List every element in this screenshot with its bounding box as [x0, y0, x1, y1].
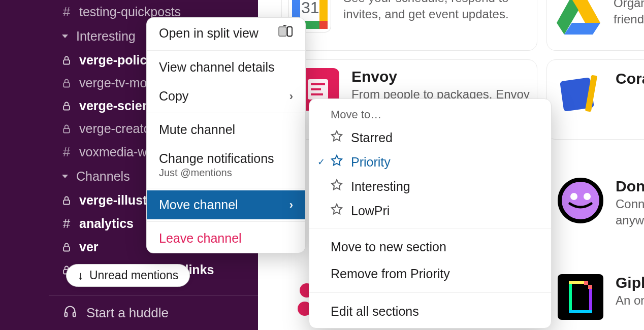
- submenu-label: Priority: [351, 155, 391, 170]
- star-icon: [331, 179, 343, 194]
- menu-label: View channel details: [159, 60, 274, 75]
- channel-context-menu: Open in split view View channel details …: [146, 17, 306, 253]
- app-title: Envoy: [351, 68, 534, 85]
- giphy-icon: [558, 274, 603, 320]
- move-to-submenu: Move to… Starred ✓ Priority Interesting …: [309, 98, 552, 328]
- hash-icon: #: [61, 144, 72, 160]
- chevron-right-icon: ›: [289, 199, 293, 212]
- svg-rect-7: [65, 312, 68, 316]
- menu-mute[interactable]: Mute channel: [147, 115, 305, 144]
- menu-leave-channel[interactable]: Leave channel: [147, 224, 305, 253]
- app-desc: Organ: [614, 0, 644, 11]
- menu-sublabel: Just @mentions: [159, 167, 274, 179]
- channel-label: ver: [79, 240, 99, 254]
- split-view-icon: [278, 25, 293, 41]
- submenu-label: Starred: [351, 130, 393, 145]
- star-icon: [331, 130, 343, 145]
- svg-rect-4: [63, 200, 70, 204]
- svg-rect-21: [584, 281, 588, 285]
- menu-open-split-view[interactable]: Open in split view: [147, 18, 305, 48]
- svg-rect-1: [63, 83, 70, 87]
- menu-separator: [309, 228, 551, 228]
- channel-label: analytics: [79, 216, 134, 231]
- app-card-google-calendar[interactable]: 31 See your schedule, respond to invites…: [288, 0, 526, 32]
- app-desc: Conne anywh: [616, 196, 644, 229]
- headphones-icon: [63, 304, 77, 322]
- lock-icon: [61, 78, 72, 88]
- huddle-label: Start a huddle: [86, 305, 169, 321]
- submenu-label: Edit all sections: [331, 304, 419, 318]
- svg-rect-22: [588, 285, 592, 289]
- app-desc: See your schedule, respond to invites, a…: [343, 0, 526, 23]
- svg-rect-8: [73, 312, 76, 316]
- svg-rect-12: [311, 93, 323, 95]
- hash-icon: #: [61, 216, 72, 232]
- lock-icon: [61, 101, 72, 111]
- svg-rect-10: [311, 83, 325, 85]
- app-card-drive[interactable]: Organ friendl: [556, 0, 644, 41]
- submenu-priority[interactable]: ✓ Priority: [309, 150, 551, 174]
- app-card-coral[interactable]: Coral: [558, 70, 644, 116]
- menu-label: Copy: [159, 89, 188, 104]
- app-title: Coral: [616, 70, 644, 87]
- star-icon: [331, 203, 343, 218]
- channel-label: voxmedia-w: [79, 145, 147, 159]
- app-desc: friendl: [614, 11, 644, 27]
- donut-icon: [558, 178, 603, 223]
- app-title: Giphy: [616, 274, 644, 291]
- menu-label: Mute channel: [159, 122, 235, 137]
- svg-rect-2: [63, 106, 70, 110]
- submenu-starred[interactable]: Starred: [309, 125, 551, 150]
- menu-separator: [147, 50, 305, 51]
- svg-rect-3: [63, 128, 70, 133]
- lock-icon: [61, 55, 72, 65]
- huddle-bar[interactable]: Start a huddle: [49, 295, 258, 330]
- arrow-down-icon: ↓: [78, 269, 83, 282]
- submenu-interesting[interactable]: Interesting: [309, 174, 551, 199]
- channel-label: verge-illustr: [79, 193, 152, 208]
- check-icon: ✓: [317, 156, 325, 168]
- unread-mentions-pill[interactable]: ↓ Unread mentions: [66, 264, 190, 287]
- svg-point-16: [584, 193, 591, 200]
- app-desc: An onl: [616, 292, 644, 309]
- svg-rect-20: [569, 281, 584, 284]
- menu-label: Leave channel: [159, 231, 242, 246]
- unread-label: Unread mentions: [89, 269, 178, 282]
- calendar-day: 31: [301, 0, 319, 17]
- section-label: Interesting: [76, 29, 136, 44]
- section-label: Channels: [76, 169, 130, 184]
- submenu-label: Move to new section: [331, 240, 446, 254]
- menu-separator: [147, 221, 305, 222]
- channel-label: verge-tv-mo: [79, 76, 147, 90]
- caret-down-icon: [61, 34, 69, 39]
- menu-copy[interactable]: Copy ›: [147, 82, 305, 111]
- app-card-donut[interactable]: Donu Conne anywh: [558, 178, 644, 229]
- svg-rect-19: [569, 310, 592, 313]
- menu-label: Change notifications: [159, 151, 274, 166]
- svg-rect-26: [279, 27, 286, 37]
- menu-label: Move channel: [159, 197, 238, 212]
- menu-separator: [309, 292, 551, 293]
- menu-move-channel[interactable]: Move channel ›: [147, 190, 305, 219]
- submenu-remove-from-priority[interactable]: Remove from Priority: [309, 260, 551, 287]
- submenu-edit-all-sections[interactable]: Edit all sections: [309, 298, 551, 325]
- google-drive-icon: [556, 0, 601, 41]
- channel-label: verge-policy: [79, 53, 154, 68]
- app-card-giphy[interactable]: Giphy An onl: [558, 274, 644, 320]
- chevron-right-icon: ›: [289, 90, 293, 103]
- lock-icon: [61, 195, 72, 206]
- svg-rect-17: [569, 283, 572, 311]
- svg-point-15: [570, 193, 577, 200]
- submenu-label: Remove from Priority: [331, 267, 450, 281]
- submenu-label: Interesting: [351, 179, 410, 194]
- menu-change-notifications[interactable]: Change notifications Just @mentions: [147, 144, 305, 186]
- svg-rect-5: [63, 247, 70, 251]
- svg-rect-18: [589, 288, 592, 311]
- star-icon: [331, 154, 343, 170]
- submenu-move-new-section[interactable]: Move to new section: [309, 234, 551, 260]
- lock-icon: [61, 242, 72, 252]
- lock-icon: [61, 124, 72, 134]
- submenu-lowpri[interactable]: LowPri: [309, 199, 551, 223]
- menu-view-details[interactable]: View channel details: [147, 53, 305, 82]
- svg-rect-0: [63, 60, 70, 64]
